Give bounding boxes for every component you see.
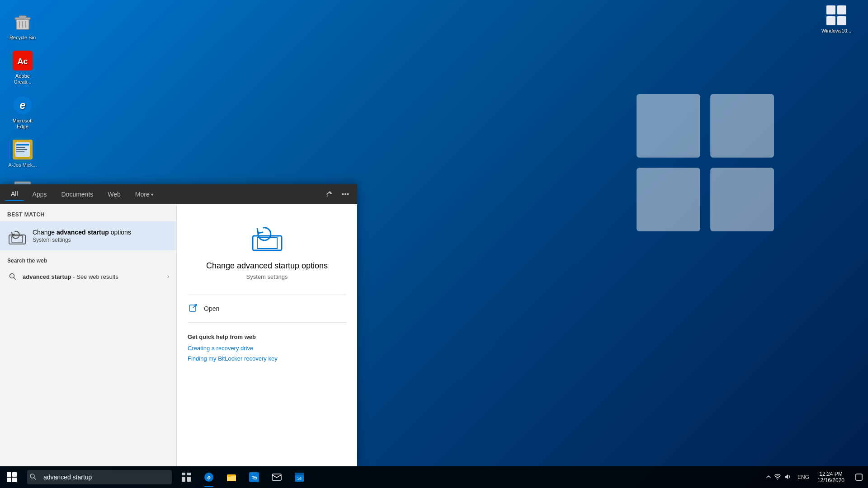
search-detail-panel: Change advanced startup options System s… [176,204,357,466]
tab-all[interactable]: All [5,188,24,201]
svg-rect-19 [16,151,24,152]
svg-rect-53 [12,472,17,477]
best-match-item[interactable]: Change advanced startup options System s… [0,221,176,250]
search-panel: All Apps Documents Web More ▾ [0,184,357,466]
svg-text:🛍: 🛍 [251,474,257,481]
taskbar: e 🛍 [0,466,868,488]
quick-help-link-1[interactable]: Creating a recovery drive [188,345,346,352]
tab-all-label: All [11,190,18,197]
svg-text:e: e [19,99,25,111]
taskbar-explorer[interactable] [221,466,242,488]
tab-apps-label: Apps [33,191,47,198]
open-action[interactable]: Open [188,299,346,319]
desktop-icon-windows10[interactable]: Windows10... [818,5,854,33]
network-systray-icon[interactable] [774,473,781,482]
svg-rect-2 [637,168,700,231]
svg-rect-60 [182,477,185,482]
svg-rect-54 [7,478,11,482]
tab-apps[interactable]: Apps [26,188,53,201]
pin-button[interactable] [322,187,336,202]
taskbar-pinned-items: e 🛍 [175,466,310,488]
best-match-subtitle: System settings [33,237,169,243]
edge-icon: e [12,94,33,116]
svg-rect-59 [187,473,191,475]
best-match-text: Change advanced startup options System s… [33,229,169,243]
svg-rect-44 [837,16,846,25]
edge-label: Microsoft Edge [7,118,38,130]
taskbar-search-wrapper [25,470,172,484]
svg-rect-41 [826,5,835,14]
chevron-down-icon: ▾ [151,192,153,197]
svg-rect-16 [16,144,29,145]
desktop-icon-edge[interactable]: e Microsoft Edge [5,92,41,132]
svg-rect-46 [12,236,23,242]
detail-separator [188,295,346,295]
svg-rect-58 [182,473,185,475]
svg-rect-6 [19,16,26,18]
ajos-label: A-Jos Mick... [9,162,37,168]
notification-button[interactable] [850,466,868,488]
ajos-icon [12,139,33,160]
language-indicator[interactable]: ENG [795,474,812,480]
recovery-icon [7,226,27,246]
quick-help-title: Get quick help from web [188,333,346,340]
taskbar-search-input[interactable] [27,470,172,484]
taskbar-search-icon [30,474,36,481]
taskbar-time: 12:24 PM [819,471,842,477]
svg-rect-17 [16,147,25,148]
open-label: Open [204,305,219,312]
svg-rect-61 [187,477,191,482]
detail-separator-2 [188,322,346,323]
result-detail-title: Change advanced startup options [188,261,346,271]
tab-documents[interactable]: Documents [55,188,99,201]
tab-more-label: More [135,191,150,198]
ellipsis-icon: ••• [342,190,349,198]
search-results-container: Best match [0,204,357,466]
desktop-icon-adobe-creative[interactable]: Ac Adobe Creati... [5,47,41,87]
quick-help-link-2[interactable]: Finding my BitLocker recovery key [188,355,346,362]
recycle-bin-label: Recycle Bin [9,35,36,41]
language-label: ENG [797,474,809,480]
taskbar-edge[interactable]: e [198,466,220,488]
adobe-creative-label: Adobe Creati... [7,73,38,85]
taskbar-store[interactable]: 🛍 [243,466,265,488]
svg-rect-52 [7,472,11,477]
open-icon [188,303,198,314]
volume-icon[interactable] [784,473,791,482]
desktop: Recycle Bin Ac Adobe Creati... e Microso… [0,0,868,488]
svg-rect-42 [837,5,846,14]
best-match-title: Change advanced startup options [33,229,169,236]
svg-rect-74 [856,474,862,480]
tab-documents-label: Documents [61,191,93,198]
tab-web-label: Web [108,191,121,198]
systray-expand[interactable] [766,474,771,481]
tab-more[interactable]: More ▾ [129,188,160,201]
result-detail-icon [249,218,285,254]
search-left-panel: Best match [0,204,176,466]
taskbar-calendar[interactable]: 16 [288,466,310,488]
svg-line-57 [34,478,36,479]
svg-rect-3 [710,168,774,231]
desktop-icon-ajos[interactable]: A-Jos Mick... [5,136,41,170]
svg-text:e: e [207,474,210,481]
desktop-icon-recycle-bin[interactable]: Recycle Bin [5,9,41,43]
search-web-label: Search the web [0,258,176,267]
search-web-item[interactable]: advanced startup - See web results › [0,267,176,286]
svg-rect-43 [826,16,835,25]
search-web-icon [7,271,18,282]
start-button[interactable] [0,466,24,488]
svg-text:16: 16 [297,476,302,481]
taskbar-mail[interactable] [266,466,288,488]
search-query: advanced startup [23,273,71,280]
taskview-button[interactable] [175,466,197,488]
svg-rect-69 [272,474,281,480]
svg-rect-18 [16,149,27,150]
more-options-button[interactable]: ••• [338,187,353,202]
result-detail-subtitle: System settings [188,273,346,280]
search-web-text: advanced startup - See web results [23,273,167,280]
tab-web[interactable]: Web [101,188,127,201]
search-web-section: Search the web advanced startup - See we… [0,252,176,287]
taskbar-clock[interactable]: 12:24 PM 12/16/2020 [812,466,850,488]
svg-line-48 [14,277,16,280]
windows-logo-desktop [633,90,778,235]
